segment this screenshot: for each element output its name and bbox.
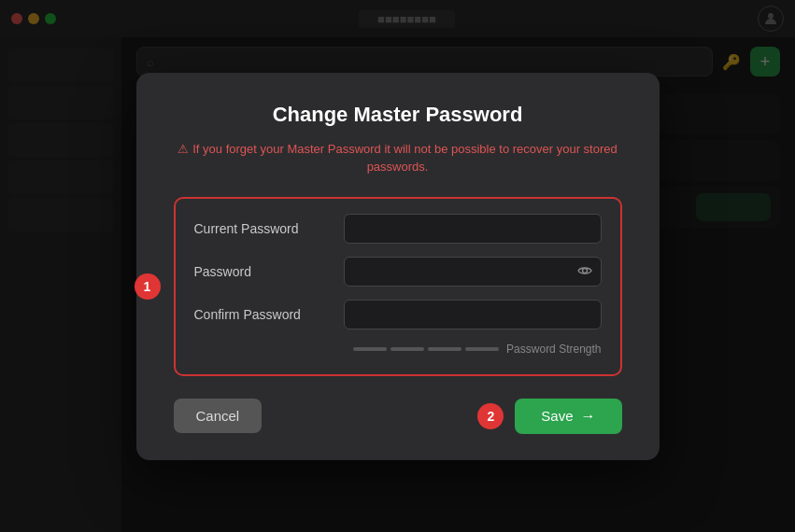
cancel-button[interactable]: Cancel bbox=[174, 399, 263, 433]
strength-bar-2 bbox=[390, 347, 424, 351]
save-button-wrapper: 2 Save → bbox=[515, 399, 621, 434]
strength-label: Password Strength bbox=[506, 343, 601, 356]
strength-bar-4 bbox=[465, 347, 499, 351]
current-password-input[interactable] bbox=[344, 214, 602, 244]
warning-icon: ⚠ bbox=[177, 142, 189, 156]
confirm-password-label: Confirm Password bbox=[194, 307, 344, 322]
current-password-row: Current Password bbox=[194, 214, 602, 244]
save-label: Save bbox=[541, 408, 573, 424]
step-2-badge: 2 bbox=[477, 403, 504, 429]
form-box: 1 Current Password Password bbox=[174, 197, 622, 376]
current-password-input-wrapper bbox=[344, 214, 602, 244]
show-password-icon[interactable] bbox=[577, 264, 592, 279]
step-1-badge: 1 bbox=[135, 273, 161, 300]
password-input-wrapper bbox=[344, 257, 602, 287]
modal-title: Change Master Password bbox=[174, 103, 622, 127]
current-password-label: Current Password bbox=[194, 221, 344, 236]
svg-point-1 bbox=[582, 268, 587, 273]
strength-row: Password Strength bbox=[194, 343, 602, 356]
change-password-modal: Change Master Password ⚠If you forget yo… bbox=[136, 73, 660, 460]
confirm-password-input-wrapper bbox=[344, 300, 602, 329]
strength-bar-3 bbox=[428, 347, 461, 351]
confirm-password-row: Confirm Password bbox=[194, 300, 602, 329]
warning-text: If you forget your Master Password it wi… bbox=[192, 142, 617, 175]
password-label: Password bbox=[194, 264, 344, 279]
strength-bar-1 bbox=[353, 347, 387, 351]
modal-buttons: Cancel 2 Save → bbox=[174, 399, 622, 434]
modal-warning: ⚠If you forget your Master Password it w… bbox=[174, 140, 622, 176]
save-button[interactable]: Save → bbox=[515, 399, 621, 434]
strength-bars bbox=[353, 347, 499, 351]
confirm-password-input[interactable] bbox=[344, 300, 602, 329]
modal-overlay: Change Master Password ⚠If you forget yo… bbox=[0, 0, 795, 532]
save-arrow-icon: → bbox=[581, 408, 596, 425]
password-input[interactable] bbox=[344, 257, 602, 287]
password-row: Password bbox=[194, 257, 602, 287]
